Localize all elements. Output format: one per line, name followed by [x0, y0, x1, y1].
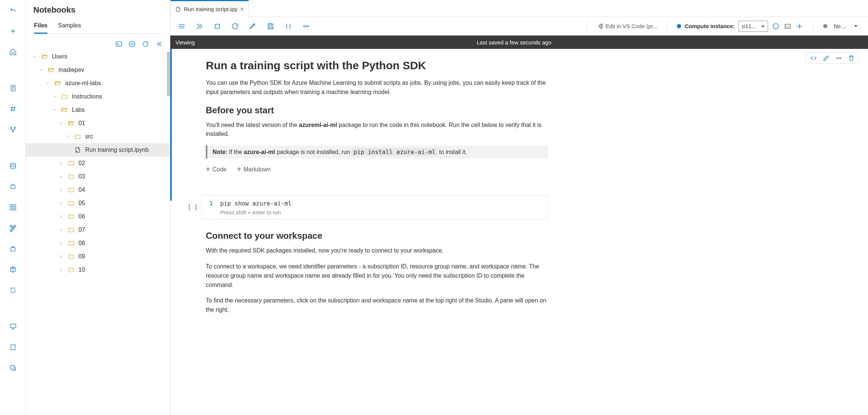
chevron-right-icon[interactable] [58, 241, 64, 245]
linked-icon[interactable] [6, 362, 20, 374]
svg-point-2 [14, 127, 15, 128]
tree-label: 02 [78, 160, 85, 167]
jobs-icon[interactable] [6, 181, 20, 193]
chevron-down-icon[interactable] [32, 54, 37, 59]
tree-label: 09 [78, 253, 85, 260]
close-icon[interactable]: × [240, 6, 244, 13]
back-icon[interactable] [6, 4, 20, 16]
compute-refresh-icon[interactable] [772, 22, 780, 30]
pipelines-icon[interactable] [6, 222, 20, 234]
designer-icon[interactable] [6, 124, 20, 135]
tree-row[interactable]: 09 [26, 250, 170, 263]
home-icon[interactable] [6, 46, 20, 58]
tree-row[interactable]: 02 [26, 157, 170, 170]
chevron-down-icon[interactable] [38, 68, 44, 72]
models-icon[interactable] [6, 264, 20, 275]
tree-row[interactable]: Instructions [26, 90, 170, 103]
chevron-right-icon[interactable] [58, 201, 64, 205]
chevron-right-icon[interactable] [58, 254, 64, 259]
tree-row[interactable]: 10 [26, 263, 170, 277]
folder-closed-icon [67, 187, 75, 193]
chevron-right-icon[interactable] [58, 268, 64, 272]
tree-row[interactable]: 05 [26, 197, 170, 210]
folder-closed-icon [74, 133, 81, 140]
chevron-right-icon[interactable] [65, 134, 70, 139]
kernel-select[interactable]: No ... [831, 21, 861, 32]
automl-icon[interactable] [6, 103, 20, 115]
toolbar: Edit in VS Code (pr... Compute instance:… [170, 17, 868, 36]
chevron-down-icon[interactable] [58, 121, 64, 125]
folder-open-icon [47, 67, 55, 73]
tree-row[interactable]: 04 [26, 183, 170, 197]
add-icon[interactable] [6, 25, 20, 37]
tree-row[interactable]: 08 [26, 237, 170, 250]
tree-row[interactable]: 01 [26, 117, 170, 130]
sidebar-title: Notebooks [33, 5, 162, 15]
add-cell-row: +Code +Markdown [206, 165, 548, 174]
menu-icon[interactable] [178, 22, 186, 30]
tree-row[interactable]: 06 [26, 210, 170, 223]
doc-p5: To find the necessary parameters, click … [206, 296, 548, 315]
tree-label: 07 [78, 227, 85, 233]
tree-row[interactable]: Run training script.ipynb [26, 143, 170, 157]
clear-icon[interactable] [249, 22, 257, 30]
svg-rect-24 [785, 24, 791, 28]
tree-row[interactable]: src [26, 130, 170, 143]
run-all-icon[interactable] [195, 22, 204, 30]
chevron-right-icon[interactable] [58, 188, 64, 192]
chevron-right-icon[interactable] [58, 161, 64, 165]
tree-row[interactable]: 07 [26, 223, 170, 237]
datastores-icon[interactable] [6, 341, 20, 353]
tree-row[interactable]: 03 [26, 170, 170, 183]
code-text: pip show azure-ai-ml [220, 200, 292, 207]
chevron-right-icon[interactable] [58, 174, 64, 179]
more-icon[interactable] [302, 22, 310, 30]
add-markdown-button[interactable]: +Markdown [237, 165, 271, 174]
compute-icon[interactable] [6, 321, 20, 332]
environments-icon[interactable] [6, 243, 20, 255]
tab-samples[interactable]: Samples [58, 20, 81, 33]
tab-files[interactable]: Files [34, 20, 47, 34]
svg-rect-11 [12, 228, 14, 229]
data-icon[interactable] [6, 160, 20, 172]
svg-point-18 [76, 151, 77, 152]
markdown-cell[interactable]: Run a training script with the Python SD… [170, 49, 548, 195]
variables-icon[interactable] [284, 22, 292, 30]
add-file-icon[interactable] [128, 40, 136, 48]
add-code-button[interactable]: +Code [206, 165, 227, 174]
tree-row[interactable]: Users [26, 50, 170, 63]
chevron-right-icon[interactable] [52, 94, 57, 99]
file-tab[interactable]: Run training script.ipy × [170, 0, 249, 17]
tree-label: Run training script.ipynb [85, 147, 149, 153]
doc-p4: To connect to a workspace, we need ident… [206, 262, 548, 290]
compute-select[interactable]: ci11... [738, 21, 768, 32]
svg-point-23 [773, 23, 779, 29]
tree-row[interactable]: Labs [26, 103, 170, 117]
restart-icon[interactable] [231, 22, 239, 30]
stop-icon[interactable] [213, 22, 221, 30]
notebooks-icon[interactable] [6, 82, 20, 94]
compute-add-icon[interactable] [795, 22, 804, 30]
doc-before-text: You'll need the latest version of the az… [206, 121, 548, 139]
tree-row[interactable]: azure-ml-labs [26, 77, 170, 90]
refresh-icon[interactable] [142, 40, 149, 48]
edit-vscode-button[interactable]: Edit in VS Code (pr... [597, 23, 657, 30]
main: Run training script.ipy × Edit in VS Cod… [170, 0, 868, 415]
chevron-down-icon[interactable] [52, 108, 57, 112]
tree-label: Instructions [72, 93, 102, 100]
save-icon[interactable] [267, 22, 275, 30]
chevron-down-icon[interactable] [45, 81, 50, 86]
collapse-icon[interactable] [155, 40, 162, 48]
code-cell[interactable]: [ ] 1pip show azure-ai-ml Press shift + … [206, 195, 548, 220]
doc-intro: You can use the Python SDK for Azure Mac… [206, 78, 548, 97]
notebook-file-icon [175, 6, 181, 12]
components-icon[interactable] [6, 201, 20, 213]
chevron-right-icon[interactable] [58, 214, 64, 219]
notebook-scroll[interactable]: Run a training script with the Python SD… [170, 49, 868, 415]
compute-terminal-icon[interactable] [784, 22, 792, 30]
status-saved: Last saved a few seconds ago [195, 39, 833, 46]
tree-row[interactable]: madiepev [26, 63, 170, 77]
chevron-right-icon[interactable] [58, 228, 64, 232]
terminal-icon[interactable] [115, 40, 123, 48]
endpoints-icon[interactable] [6, 284, 20, 296]
